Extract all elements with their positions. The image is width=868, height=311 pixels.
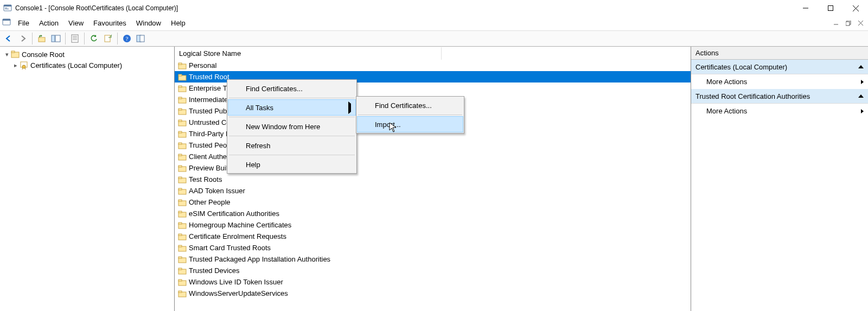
- tree-node-certificates[interactable]: ▸ Certificates (Local Computer): [2, 60, 172, 71]
- show-hide-tree-button[interactable]: [49, 32, 62, 45]
- list-row-label: Trusted Devices: [189, 266, 239, 275]
- menu-item-new-window[interactable]: New Window from Here: [228, 119, 355, 134]
- list-row[interactable]: Certificate Enrolment Requests: [175, 231, 691, 242]
- list-row[interactable]: Windows Live ID Token Issuer: [175, 276, 691, 288]
- svg-rect-1: [4, 5, 11, 7]
- close-button[interactable]: [843, 0, 868, 16]
- tree-label: Certificates (Local Computer): [30, 61, 122, 69]
- help-button[interactable]: ?: [120, 32, 133, 45]
- actions-item-more-1[interactable]: More Actions: [691, 74, 868, 89]
- forward-button[interactable]: [16, 32, 29, 45]
- folder-icon: [178, 244, 187, 252]
- collapse-caret-icon: [858, 94, 864, 98]
- menu-item-find-certificates[interactable]: Find Certificates...: [228, 81, 355, 96]
- export-list-button[interactable]: [101, 32, 114, 45]
- menu-item-help[interactable]: Help: [228, 157, 355, 172]
- column-header-name[interactable]: Logical Store Name: [175, 47, 442, 60]
- list-row[interactable]: Trusted Packaged App Installation Author…: [175, 253, 691, 265]
- menu-separator: [229, 98, 355, 98]
- list-row-label: Other People: [189, 198, 231, 206]
- list-row[interactable]: eSIM Certification Authorities: [175, 208, 691, 219]
- up-button[interactable]: [35, 32, 48, 45]
- menu-help[interactable]: Help: [166, 16, 190, 30]
- list-row[interactable]: WindowsServerUpdateServices: [175, 288, 691, 299]
- back-button[interactable]: [2, 32, 15, 45]
- menu-item-label: New Window from Here: [246, 123, 320, 131]
- chevron-right-icon: [861, 80, 864, 84]
- menu-view[interactable]: View: [63, 16, 88, 30]
- menu-favourites[interactable]: Favourites: [88, 16, 131, 30]
- column-header-row: Logical Store Name: [175, 47, 691, 60]
- folder-icon: [178, 130, 187, 138]
- folder-icon: [178, 141, 187, 150]
- menu-item-label: Refresh: [246, 142, 271, 150]
- refresh-button[interactable]: [87, 32, 100, 45]
- list-row[interactable]: AAD Token Issuer: [175, 185, 691, 196]
- submenu-item-import[interactable]: Import...: [358, 117, 463, 132]
- menu-item-label: All Tasks: [246, 104, 273, 112]
- menu-item-all-tasks[interactable]: All Tasks: [228, 100, 355, 115]
- mmc-window: Console1 - [Console Root\Certificates (L…: [0, 0, 868, 311]
- svg-rect-70: [178, 280, 182, 281]
- submenu-item-find-certificates[interactable]: Find Certificates...: [358, 98, 463, 113]
- menu-file[interactable]: File: [13, 16, 34, 30]
- tree-node-console-root[interactable]: ▾ Console Root: [2, 49, 172, 60]
- maximize-button[interactable]: [818, 0, 843, 16]
- list-row-label: AAD Token Issuer: [189, 187, 245, 195]
- list-row-label: Personal: [189, 61, 216, 69]
- context-submenu-all-tasks: Find Certificates... Import...: [356, 96, 464, 134]
- list-row[interactable]: Personal: [175, 60, 691, 71]
- svg-rect-64: [178, 245, 182, 247]
- list-row-label: Windows Live ID Token Issuer: [189, 278, 283, 286]
- minimize-button[interactable]: [793, 0, 818, 16]
- menu-action[interactable]: Action: [34, 16, 63, 30]
- properties-button[interactable]: [68, 32, 81, 45]
- svg-rect-58: [178, 211, 182, 213]
- folder-icon: [178, 255, 187, 264]
- folder-icon: [178, 84, 187, 93]
- svg-rect-3: [5, 9, 9, 9]
- actions-item-more-2[interactable]: More Actions: [691, 104, 868, 118]
- list-row[interactable]: Trusted Devices: [175, 265, 691, 276]
- svg-rect-48: [178, 154, 182, 156]
- svg-rect-22: [105, 35, 110, 42]
- doc-icon: [2, 18, 11, 28]
- list-row[interactable]: Other People: [175, 196, 691, 208]
- menu-item-refresh[interactable]: Refresh: [228, 138, 355, 153]
- expand-icon[interactable]: ▸: [12, 62, 20, 69]
- svg-rect-66: [178, 257, 182, 258]
- mdi-controls: [832, 16, 868, 30]
- mdi-restore-button[interactable]: [844, 20, 853, 27]
- actions-section-trusted-root[interactable]: Trusted Root Certification Authorities: [691, 89, 868, 104]
- list-row-label: Homegroup Machine Certificates: [189, 221, 291, 229]
- folder-icon: [178, 221, 187, 230]
- list-row[interactable]: Homegroup Machine Certificates: [175, 219, 691, 231]
- svg-rect-60: [178, 223, 182, 224]
- svg-rect-46: [178, 143, 182, 144]
- tree-label: Console Root: [22, 50, 65, 59]
- actions-item-label: More Actions: [706, 107, 747, 115]
- svg-rect-38: [178, 97, 182, 99]
- folder-icon: [178, 187, 187, 195]
- svg-rect-36: [178, 86, 182, 87]
- svg-rect-5: [828, 6, 833, 11]
- menu-item-label: Import...: [375, 120, 401, 129]
- menu-window[interactable]: Window: [131, 16, 166, 30]
- find-certificates-toolbar-button[interactable]: [135, 32, 148, 45]
- folder-icon: [178, 198, 187, 207]
- list-pane: Logical Store Name PersonalTrusted RootE…: [175, 47, 691, 311]
- context-menu: Find Certificates... All Tasks New Windo…: [227, 79, 357, 174]
- svg-rect-26: [140, 35, 144, 42]
- mdi-close-button[interactable]: [856, 20, 865, 27]
- mdi-minimize-button[interactable]: [832, 20, 841, 27]
- actions-section-label: Trusted Root Certification Authorities: [695, 92, 810, 100]
- menu-separator: [229, 136, 355, 136]
- actions-section-certificates[interactable]: Certificates (Local Computer): [691, 60, 868, 74]
- menu-separator: [229, 155, 355, 155]
- collapse-icon[interactable]: ▾: [3, 51, 11, 58]
- list-row[interactable]: Test Roots: [175, 174, 691, 185]
- list-row[interactable]: Smart Card Trusted Roots: [175, 242, 691, 253]
- list-row-label: eSIM Certification Authorities: [189, 210, 279, 218]
- svg-rect-17: [55, 35, 60, 42]
- svg-rect-18: [72, 35, 78, 42]
